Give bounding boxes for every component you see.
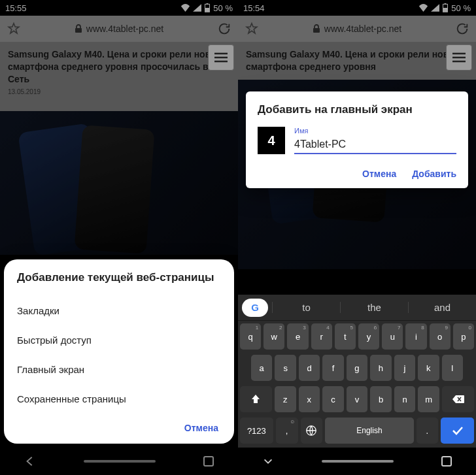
key-d[interactable]: d	[299, 355, 320, 381]
key-p[interactable]: p0	[453, 323, 474, 350]
key-language[interactable]	[301, 418, 323, 444]
key-n[interactable]: n	[394, 386, 416, 412]
dialog-add-button[interactable]: Добавить	[412, 169, 456, 179]
suggestion[interactable]: the	[340, 302, 408, 313]
key-o[interactable]: o9	[430, 323, 450, 350]
key-q[interactable]: q1	[240, 323, 261, 350]
key-u[interactable]: u7	[382, 323, 403, 350]
sheet-title: Добавление текущей веб-страницы	[17, 271, 221, 284]
key-g[interactable]: g	[347, 355, 367, 381]
phone-right: 15:54 50 % www.4tablet-pc.net Samsung Ga…	[238, 0, 476, 475]
key-j[interactable]: j	[394, 355, 415, 381]
site-favicon: 4	[258, 127, 285, 154]
name-field-label: Имя	[294, 127, 456, 135]
key-c[interactable]: c	[322, 386, 344, 412]
key-z[interactable]: z	[275, 386, 296, 412]
nav-recent-icon[interactable]	[441, 456, 452, 467]
key-s[interactable]: s	[275, 355, 296, 381]
android-nav-bar	[238, 448, 476, 475]
key-shift[interactable]	[240, 386, 272, 412]
add-to-home-dialog: Добавить на главный экран 4 Имя Отмена Д…	[246, 91, 468, 188]
suggestion[interactable]: and	[408, 302, 476, 313]
phone-left: 15:55 50 % www.4tablet-pc.net Samsung Ga…	[0, 0, 238, 475]
key-a[interactable]: a	[251, 355, 272, 381]
suggestion[interactable]: to	[272, 302, 340, 313]
sheet-item-bookmarks[interactable]: Закладки	[17, 296, 221, 325]
sheet-cancel-button[interactable]: Отмена	[17, 414, 221, 437]
add-page-sheet: Добавление текущей веб-страницы Закладки…	[4, 259, 234, 444]
key-enter[interactable]	[441, 418, 474, 444]
key-backspace[interactable]	[442, 386, 474, 412]
key-h[interactable]: h	[370, 355, 391, 381]
key-k[interactable]: k	[418, 355, 439, 381]
name-input[interactable]	[294, 136, 456, 154]
key-y[interactable]: y6	[358, 323, 379, 350]
key-m[interactable]: m	[418, 386, 439, 412]
nav-keyboard-down-icon[interactable]	[262, 455, 274, 467]
key-w[interactable]: w2	[264, 323, 284, 350]
key-numeric[interactable]: ?123	[240, 418, 273, 444]
key-b[interactable]: b	[370, 386, 392, 412]
sheet-item-home-screen[interactable]: Главный экран	[17, 355, 221, 384]
soft-keyboard: G to the and q1w2e3r4t5y6u7i8o9p0 asdfgh…	[238, 295, 476, 448]
google-icon[interactable]: G	[242, 299, 268, 317]
key-f[interactable]: f	[322, 355, 343, 381]
dialog-cancel-button[interactable]: Отмена	[362, 169, 396, 179]
key-v[interactable]: v	[347, 386, 368, 412]
dialog-title: Добавить на главный экран	[258, 103, 456, 116]
svg-rect-10	[442, 457, 451, 466]
nav-home-pill[interactable]	[322, 460, 394, 463]
key-comma[interactable]: ,☺	[276, 418, 298, 444]
sheet-item-saved-pages[interactable]: Сохраненные страницы	[17, 384, 221, 414]
key-r[interactable]: r4	[311, 323, 332, 350]
key-t[interactable]: t5	[335, 323, 356, 350]
sheet-item-quick-access[interactable]: Быстрый доступ	[17, 325, 221, 355]
key-period[interactable]: .	[416, 418, 439, 444]
key-i[interactable]: i8	[405, 323, 426, 350]
key-l[interactable]: l	[442, 355, 463, 381]
key-e[interactable]: e3	[287, 323, 308, 350]
key-x[interactable]: x	[299, 386, 320, 412]
key-space[interactable]: English	[325, 418, 413, 444]
